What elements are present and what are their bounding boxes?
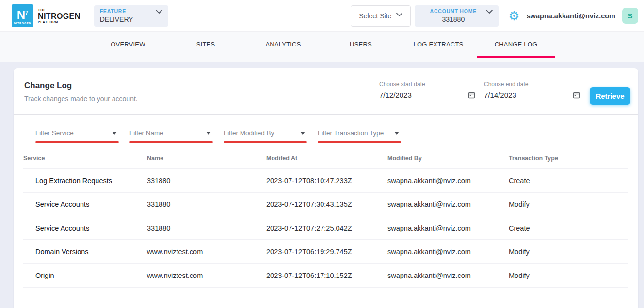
filter-underline xyxy=(224,141,307,143)
logo-subtext: NITROGEN xyxy=(14,22,31,25)
table-row[interactable]: Log Extraction Requests 331880 2023-07-1… xyxy=(23,169,628,193)
filter-dropdown[interactable]: Filter Name xyxy=(129,129,213,143)
cell-service: Service Accounts xyxy=(23,200,147,208)
column-header: Modified By xyxy=(387,155,509,162)
cell-modified-by: swapna.akkanti@nviz.com xyxy=(387,200,509,208)
cell-service: Origin xyxy=(23,272,147,279)
cell-transaction-type: Modify xyxy=(509,248,628,256)
nav-tab-label: CHANGE LOG xyxy=(495,41,538,48)
nav-tab-label: LOG EXTRACTS xyxy=(414,41,464,48)
dropdown-arrow-icon xyxy=(394,132,399,135)
column-header: Name xyxy=(147,155,266,162)
table-row[interactable]: Service Accounts 331880 2023-07-12T07:30… xyxy=(23,193,628,216)
top-bar: N7 NITROGEN THE NITROGEN PLATFORM FEATUR… xyxy=(0,0,644,32)
filter-dropdown-label: Filter Modified By xyxy=(224,129,274,137)
table-header-row: Service Name Modifed At Modified By Tran… xyxy=(23,149,628,169)
filter-dropdown-label: Filter Transaction Type xyxy=(318,129,384,137)
nav-tab-label: OVERVIEW xyxy=(111,41,145,48)
account-home-label: ACCOUNT HOME xyxy=(430,8,477,14)
chevron-down-icon xyxy=(396,13,402,16)
cell-name: 331880 xyxy=(147,224,266,232)
start-date-label: Choose start date xyxy=(379,81,476,88)
filter-dropdown[interactable]: Filter Transaction Type xyxy=(318,129,401,143)
cell-modified-at: 2023-07-12T07:27:25.042Z xyxy=(266,224,387,232)
account-home-value: 331880 xyxy=(442,15,465,23)
change-log-card: Change Log Track changes made to your ac… xyxy=(14,68,638,308)
filter-dropdown[interactable]: Filter Service xyxy=(35,129,119,143)
filter-underline xyxy=(318,141,401,143)
cell-modified-at: 2023-07-12T08:10:47.233Z xyxy=(266,177,387,185)
nav-tab-label: USERS xyxy=(350,41,372,48)
cell-name: www.nviztest.com xyxy=(147,272,266,279)
feature-dropdown-label: FEATURE xyxy=(100,8,156,14)
start-date-value: 7/12/2023 xyxy=(379,91,412,99)
cell-service: Domain Versions xyxy=(23,248,147,256)
logo-symbol: N7 xyxy=(17,7,28,21)
column-header: Service xyxy=(23,155,147,162)
card-header: Change Log Track changes made to your ac… xyxy=(14,68,638,114)
end-date-field[interactable]: Choose end date 7/14/2023 xyxy=(484,81,581,103)
dropdown-arrow-icon xyxy=(300,132,305,135)
cell-modified-by: swapna.akkanti@nviz.com xyxy=(387,248,509,256)
filter-underline xyxy=(35,141,119,143)
cell-modified-at: 2023-07-12T06:17:10.152Z xyxy=(266,272,387,279)
site-dropdown[interactable]: Select Site xyxy=(351,5,411,27)
filter-underline xyxy=(129,141,213,143)
title-block: Change Log Track changes made to your ac… xyxy=(24,81,379,103)
cell-name: 331880 xyxy=(147,200,266,208)
main-nav: OVERVIEW SITES ANALYTICS USERS LOG EXTRA… xyxy=(0,32,644,62)
end-date-label: Choose end date xyxy=(484,81,581,88)
nav-tab-label: ANALYTICS xyxy=(265,41,301,48)
account-home-dropdown[interactable]: ACCOUNT HOME 331880 xyxy=(415,5,499,27)
dropdown-arrow-icon xyxy=(112,132,117,135)
cell-transaction-type: Modify xyxy=(509,200,628,208)
chevron-down-icon xyxy=(486,10,493,14)
filter-dropdown-label: Filter Name xyxy=(129,129,163,137)
section-divider xyxy=(14,114,638,115)
feature-dropdown[interactable]: FEATURE DELIVERY xyxy=(94,5,168,27)
column-header: Transaction Type xyxy=(509,155,628,162)
cell-transaction-type: Create xyxy=(509,177,628,185)
nav-tab[interactable]: CHANGE LOG xyxy=(477,32,555,56)
cell-transaction-type: Create xyxy=(509,224,628,232)
nav-tab[interactable]: USERS xyxy=(322,32,400,56)
filter-row: Filter Service Filter Name Filter xyxy=(35,129,638,143)
end-date-value: 7/14/2023 xyxy=(484,91,516,99)
table-row[interactable]: Domain Versions www.nviztest.com 2023-07… xyxy=(23,240,628,264)
calendar-icon[interactable] xyxy=(573,92,580,99)
nav-tab-label: SITES xyxy=(196,41,215,48)
feature-dropdown-value: DELIVERY xyxy=(100,15,156,23)
settings-gear-icon[interactable]: ⚙ xyxy=(508,10,519,22)
site-dropdown-value: Select Site xyxy=(359,12,391,20)
cell-modified-at: 2023-07-12T07:30:43.135Z xyxy=(266,200,387,208)
table-body: Log Extraction Requests 331880 2023-07-1… xyxy=(23,169,628,288)
cell-name: 331880 xyxy=(147,177,266,185)
nav-tab[interactable]: SITES xyxy=(167,32,244,56)
cell-modified-by: swapna.akkanti@nviz.com xyxy=(387,177,509,185)
calendar-icon[interactable] xyxy=(468,92,475,99)
retrieve-button[interactable]: Retrieve xyxy=(590,87,630,105)
nav-tab[interactable]: ANALYTICS xyxy=(244,32,322,56)
table-row[interactable]: Origin www.nviztest.com 2023-07-12T06:17… xyxy=(23,264,628,288)
table-row[interactable]: Service Accounts 331880 2023-07-12T07:27… xyxy=(23,216,628,240)
filter-dropdown[interactable]: Filter Modified By xyxy=(224,129,307,143)
nitrogen-logo[interactable]: N7 NITROGEN xyxy=(12,4,33,27)
brand-wordmark: THE NITROGEN PLATFORM xyxy=(38,8,80,24)
dropdown-arrow-icon xyxy=(206,132,211,135)
cell-service: Service Accounts xyxy=(23,224,147,232)
content-area: Change Log Track changes made to your ac… xyxy=(0,62,644,308)
cell-modified-by: swapna.akkanti@nviz.com xyxy=(387,272,509,279)
chevron-down-icon xyxy=(156,10,162,14)
filter-dropdown-label: Filter Service xyxy=(35,129,74,137)
cell-transaction-type: Modify xyxy=(509,272,628,279)
nav-tab[interactable]: LOG EXTRACTS xyxy=(400,32,477,56)
change-log-table: Service Name Modifed At Modified By Tran… xyxy=(23,149,628,288)
start-date-field[interactable]: Choose start date 7/12/2023 xyxy=(379,81,476,103)
cell-modified-by: swapna.akkanti@nviz.com xyxy=(387,224,509,232)
user-avatar[interactable]: S xyxy=(622,8,638,24)
column-header: Modifed At xyxy=(266,155,387,162)
nav-tab[interactable]: OVERVIEW xyxy=(89,32,167,56)
cell-modified-at: 2023-07-12T06:19:29.745Z xyxy=(266,248,387,256)
page-title: Change Log xyxy=(24,81,379,91)
page-subtitle: Track changes made to your account. xyxy=(24,95,379,103)
